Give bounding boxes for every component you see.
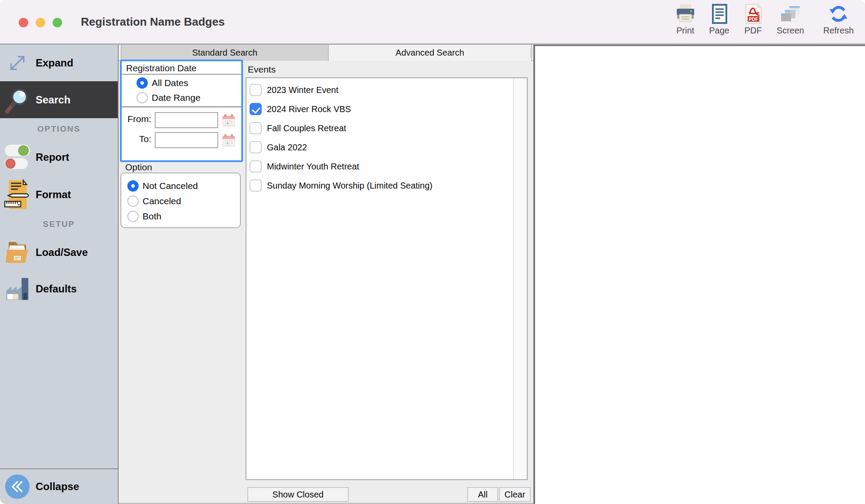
sidebar-item-collapse[interactable]: Collapse: [0, 469, 118, 504]
event-row-2023-winter-event[interactable]: 2023 Winter Event: [246, 80, 513, 99]
collapse-chevrons-icon: [3, 472, 31, 501]
sidebar-item-search[interactable]: Search: [0, 81, 118, 118]
sidebar-section-options: OPTIONS: [0, 123, 118, 136]
divider: [122, 74, 241, 75]
refresh-icon: [828, 3, 849, 24]
radio-both[interactable]: Both: [127, 209, 161, 223]
app-window: Registration Name Badges Print: [0, 0, 865, 504]
toolbar: Print Page PDF: [675, 3, 854, 36]
event-label: Midwinter Youth Retreat: [267, 162, 359, 172]
refresh-button[interactable]: Refresh: [823, 3, 854, 36]
search-pane: Standard Search Advanced Search Registra…: [119, 45, 533, 504]
radio-not-canceled[interactable]: Not Canceled: [127, 179, 198, 193]
radio-label: Date Range: [152, 93, 200, 103]
expand-arrows-icon: [3, 48, 31, 78]
radio-label: Canceled: [143, 196, 181, 206]
event-row-2024-river-rock-vbs[interactable]: 2024 River Rock VBS: [246, 99, 513, 119]
page-icon: [709, 3, 730, 24]
sidebar-item-label: Format: [36, 189, 71, 201]
event-label: 2024 River Rock VBS: [267, 104, 351, 114]
screen-label: Screen: [777, 26, 804, 36]
sidebar-item-label: Collapse: [36, 481, 79, 493]
to-label: To:: [122, 134, 151, 144]
page-button[interactable]: Page: [709, 3, 730, 36]
pdf-badge-text: PDF: [749, 17, 758, 22]
event-row-fall-couples-retreat[interactable]: Fall Couples Retreat: [246, 119, 513, 138]
sidebar-item-label: Report: [36, 151, 69, 163]
checkbox: [250, 141, 262, 153]
pdf-file-icon: PDF: [743, 3, 764, 24]
radio-all-dates[interactable]: All Dates: [136, 76, 188, 90]
to-date-input[interactable]: [155, 132, 218, 148]
sidebar-item-expand[interactable]: Expand: [0, 45, 118, 81]
page-label: Page: [709, 26, 729, 36]
tab-standard-search[interactable]: Standard Search: [121, 45, 329, 61]
radio-button: [127, 211, 139, 222]
sidebar-item-report[interactable]: Report: [0, 140, 118, 175]
pdf-label: PDF: [745, 26, 762, 36]
option-group-box: Not Canceled Canceled Both: [120, 172, 241, 228]
radio-canceled[interactable]: Canceled: [127, 194, 181, 208]
minimize-window-button[interactable]: [36, 18, 45, 27]
print-icon: [675, 3, 696, 24]
window-title: Registration Name Badges: [81, 0, 225, 43]
print-button[interactable]: Print: [675, 3, 696, 36]
event-row-midwinter-youth-retreat[interactable]: Midwinter Youth Retreat: [246, 157, 513, 176]
checkbox: [250, 84, 262, 96]
sidebar: Expand Search OPTIONS Report: [0, 45, 119, 504]
pane-scrollbar-thumb[interactable]: [530, 46, 532, 59]
sidebar-item-format[interactable]: Format: [0, 177, 118, 212]
radio-date-range[interactable]: Date Range: [136, 90, 200, 105]
event-label: Gala 2022: [267, 143, 307, 153]
close-window-button[interactable]: [19, 18, 28, 27]
sidebar-item-label: Defaults: [36, 283, 77, 295]
sidebar-section-setup: SETUP: [0, 218, 118, 231]
radio-label: All Dates: [152, 78, 188, 88]
factory-icon: [3, 274, 31, 304]
screen-button[interactable]: Screen: [777, 3, 804, 36]
sidebar-item-defaults[interactable]: Defaults: [0, 272, 118, 306]
radio-button: [127, 180, 139, 192]
pdf-button[interactable]: PDF PDF: [743, 3, 764, 36]
registration-date-panel: Registration Date All Dates Date Range F…: [120, 60, 243, 162]
from-date-input[interactable]: [155, 112, 218, 128]
print-label: Print: [676, 26, 694, 36]
event-row-sunday-morning-worship[interactable]: Sunday Morning Worship (Limited Seating): [246, 176, 513, 195]
option-group-header: Option: [125, 162, 152, 172]
from-label: From:: [122, 114, 151, 124]
divider: [122, 106, 241, 107]
clear-selection-button[interactable]: Clear: [499, 487, 531, 502]
sidebar-item-label: Search: [36, 94, 70, 106]
event-label: 2023 Winter Event: [267, 85, 339, 95]
format-document-icon: [3, 180, 31, 209]
magnifier-icon: [3, 85, 31, 115]
zoom-window-button[interactable]: [53, 18, 62, 27]
events-list: 2023 Winter Event 2024 River Rock VBS Fa…: [246, 77, 528, 480]
screen-windows-icon: [780, 3, 801, 24]
to-calendar-icon[interactable]: [222, 133, 236, 147]
toggles-icon: [3, 143, 31, 172]
events-scrollbar-track[interactable]: [513, 78, 527, 479]
tab-strip: Standard Search Advanced Search: [119, 45, 533, 61]
title-bar: Registration Name Badges Print: [0, 0, 865, 45]
radio-label: Not Canceled: [143, 181, 198, 191]
sidebar-item-loadsave[interactable]: Load/Save: [0, 235, 118, 270]
radio-button: [136, 77, 148, 89]
refresh-label: Refresh: [823, 26, 854, 36]
checkbox: [250, 160, 262, 172]
radio-label: Both: [143, 211, 161, 222]
events-header: Events: [248, 64, 276, 75]
tab-advanced-search[interactable]: Advanced Search: [329, 45, 532, 61]
event-row-gala-2022[interactable]: Gala 2022: [246, 138, 513, 157]
show-closed-button[interactable]: Show Closed: [247, 487, 349, 502]
checkbox: [250, 103, 262, 115]
checkbox: [250, 179, 262, 192]
results-area: [533, 45, 865, 504]
sidebar-item-label: Expand: [36, 57, 73, 69]
event-label: Fall Couples Retreat: [267, 123, 346, 133]
radio-button: [127, 196, 139, 207]
folder-icon: [3, 238, 31, 267]
event-label: Sunday Morning Worship (Limited Seating): [267, 181, 432, 191]
from-calendar-icon[interactable]: [222, 113, 236, 127]
select-all-button[interactable]: All: [467, 487, 498, 502]
